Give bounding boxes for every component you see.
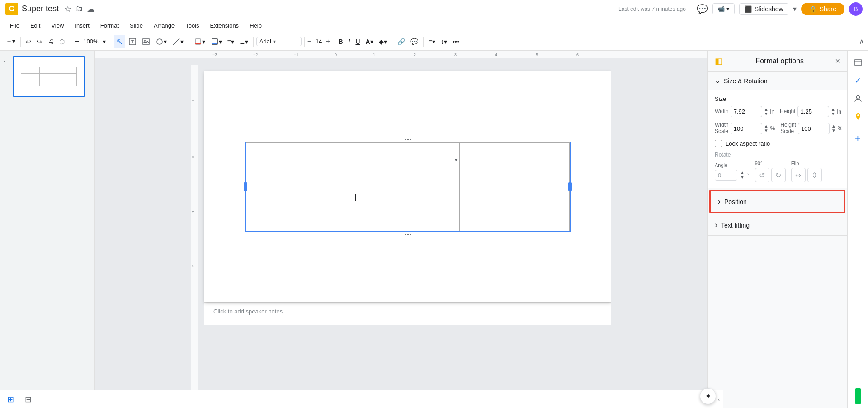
menu-insert[interactable]: Insert bbox=[70, 20, 94, 31]
cell-dropdown-icon[interactable]: ▾ bbox=[455, 157, 458, 163]
underline-button[interactable]: U bbox=[353, 36, 362, 47]
sidebar-slides-icon-btn[interactable] bbox=[850, 54, 866, 71]
zoom-dropdown-button[interactable]: ▾ bbox=[100, 36, 108, 47]
table-cell-2-2[interactable] bbox=[353, 177, 459, 217]
font-size-input[interactable] bbox=[312, 38, 325, 45]
comment-inline-button[interactable]: 💬 bbox=[408, 36, 420, 47]
meet-button[interactable]: 📹 ▾ bbox=[712, 3, 735, 14]
width-scale-input[interactable] bbox=[731, 123, 762, 134]
undo-button[interactable]: ↩ bbox=[24, 36, 33, 47]
sidebar-check-icon-btn[interactable]: ✓ bbox=[850, 72, 866, 89]
lock-aspect-checkbox[interactable] bbox=[715, 140, 722, 147]
print-button[interactable]: 🖨 bbox=[45, 36, 56, 47]
table-cell-1-2[interactable]: ▾ bbox=[353, 143, 459, 177]
highlight-button[interactable]: ◆▾ bbox=[377, 36, 389, 47]
list-view-button[interactable]: ⊟ bbox=[23, 393, 33, 406]
redo-button[interactable]: ↪ bbox=[34, 36, 44, 47]
table-cell-2-1[interactable] bbox=[246, 177, 353, 217]
table-cell-1-1[interactable] bbox=[246, 143, 353, 177]
slide-thumbnail-1[interactable] bbox=[13, 56, 85, 97]
slide-canvas[interactable]: ▾ bbox=[204, 71, 611, 302]
smart-insert-button[interactable]: ✦ bbox=[700, 388, 716, 404]
resize-handle-right[interactable] bbox=[568, 182, 572, 191]
table-cell-2-3[interactable] bbox=[459, 177, 569, 217]
menu-arrange[interactable]: Arrange bbox=[149, 20, 179, 31]
table-cell-3-3[interactable] bbox=[459, 217, 569, 231]
slide-table-container[interactable]: ▾ bbox=[245, 142, 571, 232]
menu-help[interactable]: Help bbox=[245, 20, 266, 31]
menu-slide[interactable]: Slide bbox=[125, 20, 147, 31]
size-rotation-header[interactable]: Size & Rotation bbox=[708, 72, 847, 90]
angle-input[interactable] bbox=[715, 170, 737, 181]
text-color-button[interactable]: A▾ bbox=[363, 36, 376, 47]
resize-handle-left[interactable] bbox=[244, 182, 247, 191]
width-spin-down[interactable]: ▼ bbox=[763, 112, 769, 116]
share-button[interactable]: 🔒 Share bbox=[801, 3, 844, 15]
menu-tools[interactable]: Tools bbox=[181, 20, 203, 31]
table-cell-1-3[interactable] bbox=[459, 143, 569, 177]
image-tool-button[interactable] bbox=[140, 36, 152, 47]
align-button[interactable]: ≡▾ bbox=[225, 36, 236, 47]
zoom-out-button[interactable]: − bbox=[73, 36, 81, 47]
menu-edit[interactable]: Edit bbox=[26, 20, 45, 31]
height-scale-input[interactable] bbox=[798, 123, 830, 134]
line-spacing-button[interactable]: ↕▾ bbox=[439, 36, 449, 47]
toolbar-collapse-button[interactable]: ∧ bbox=[859, 37, 864, 46]
sidebar-add-button[interactable]: + bbox=[850, 130, 866, 147]
border-color-button[interactable]: ▾ bbox=[208, 36, 224, 47]
slide-table[interactable]: ▾ bbox=[246, 142, 570, 231]
line-tool-button[interactable]: ▾ bbox=[170, 36, 186, 47]
table-cell-3-1[interactable] bbox=[246, 217, 353, 231]
font-size-decrease-button[interactable]: − bbox=[307, 38, 311, 46]
italic-button[interactable]: I bbox=[346, 36, 353, 47]
save-to-drive-icon[interactable]: 🗂 bbox=[75, 4, 83, 14]
slideshow-button[interactable]: ⬛ Slideshow bbox=[739, 3, 788, 15]
height-spin-down[interactable]: ▼ bbox=[830, 112, 836, 116]
font-selector[interactable]: Arial ▾ bbox=[256, 37, 302, 46]
text-fitting-header[interactable]: Text fitting bbox=[708, 215, 847, 235]
link-button[interactable]: 🔗 bbox=[395, 36, 407, 47]
height-spin-up[interactable]: ▲ bbox=[830, 107, 836, 112]
font-size-increase-button[interactable]: + bbox=[326, 38, 330, 46]
flip-horizontal-button[interactable]: ⇔ bbox=[791, 168, 806, 182]
position-header[interactable]: Position bbox=[711, 191, 844, 212]
shape-tool-button[interactable]: ▾ bbox=[153, 36, 169, 47]
table-handle-bottom[interactable] bbox=[403, 233, 412, 236]
table-cell-3-2[interactable] bbox=[353, 217, 459, 231]
menu-format[interactable]: Format bbox=[96, 20, 123, 31]
table-handle-top[interactable] bbox=[403, 138, 412, 141]
textbox-tool-button[interactable] bbox=[126, 36, 139, 47]
text-align-button[interactable]: ≡▾ bbox=[426, 36, 438, 47]
flip-vertical-button[interactable]: ⇕ bbox=[807, 168, 822, 182]
grid-view-button[interactable]: ⊞ bbox=[5, 393, 16, 406]
star-icon[interactable]: ☆ bbox=[64, 4, 71, 14]
cursor-tool-button[interactable]: ↖ bbox=[114, 35, 125, 48]
insert-button[interactable]: ＋▾ bbox=[4, 36, 18, 47]
comment-button[interactable]: 💬 bbox=[697, 4, 708, 14]
format-close-button[interactable]: × bbox=[835, 57, 840, 66]
width-scale-down[interactable]: ▼ bbox=[763, 128, 769, 133]
user-avatar[interactable]: B bbox=[849, 2, 863, 16]
height-input[interactable] bbox=[797, 106, 829, 117]
width-input[interactable] bbox=[731, 106, 762, 117]
menu-view[interactable]: View bbox=[47, 20, 68, 31]
speaker-notes[interactable]: Click to add speaker notes bbox=[204, 302, 611, 325]
angle-spin-down[interactable]: ▼ bbox=[739, 175, 745, 180]
rotate-ccw-button[interactable]: ↺ bbox=[755, 168, 769, 182]
cloud-sync-icon[interactable]: ☁ bbox=[87, 4, 95, 14]
paint-format-button[interactable]: ⬡ bbox=[57, 36, 67, 47]
doc-title[interactable]: Super test bbox=[22, 4, 59, 14]
slideshow-dropdown-button[interactable]: ▾ bbox=[793, 5, 797, 13]
canvas-scroll[interactable]: −1 0 1 2 bbox=[191, 58, 611, 408]
rotate-cw-button[interactable]: ↻ bbox=[771, 168, 786, 182]
bold-button[interactable]: B bbox=[336, 36, 345, 47]
sidebar-map-icon-btn[interactable] bbox=[850, 109, 866, 125]
more-options-button[interactable]: ••• bbox=[450, 36, 462, 47]
height-scale-down[interactable]: ▼ bbox=[830, 128, 837, 133]
menu-extensions[interactable]: Extensions bbox=[206, 20, 244, 31]
sidebar-person-icon-btn[interactable] bbox=[850, 90, 866, 107]
fill-color-button[interactable]: ▾ bbox=[192, 36, 208, 47]
menu-file[interactable]: File bbox=[5, 20, 24, 31]
width-spin-up[interactable]: ▲ bbox=[763, 107, 769, 112]
list-style-button[interactable]: ≣▾ bbox=[237, 36, 250, 47]
